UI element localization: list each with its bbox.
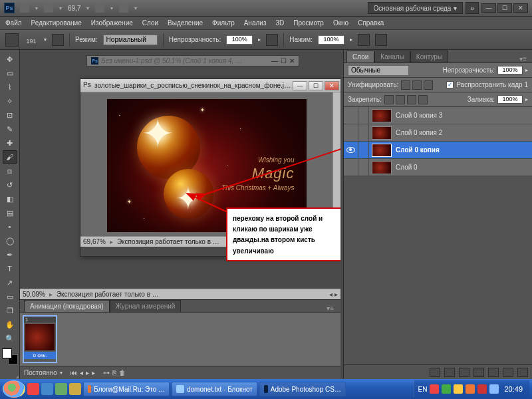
move-tool[interactable]: ✥	[3, 53, 17, 66]
doc-max-icon[interactable]: ☐	[281, 57, 287, 65]
layer-row[interactable]: Слой 0	[344, 159, 532, 176]
brush-panel-icon[interactable]	[52, 34, 64, 46]
tab-layers[interactable]: Слои	[346, 51, 374, 63]
tray-icon[interactable]	[442, 384, 451, 394]
tray-icon[interactable]	[489, 384, 499, 394]
zoom-tool[interactable]: 🔍	[3, 332, 17, 345]
prev-frame-icon[interactable]: ◂	[80, 369, 83, 376]
marquee-tool[interactable]: ▭	[3, 66, 17, 80]
workspace-button[interactable]: Основная рабочая среда ▾	[368, 2, 464, 14]
tray-icon[interactable]	[466, 384, 475, 394]
layer-name[interactable]: Слой 0	[394, 164, 418, 171]
layer-thumbnail[interactable]	[372, 109, 392, 122]
menu-3d[interactable]: 3D	[275, 19, 284, 27]
adjustment-layer-icon[interactable]	[473, 368, 484, 377]
rewind-icon[interactable]: ⏮	[70, 369, 77, 376]
layer-row[interactable]: Слой 0 копия 3	[344, 107, 532, 124]
doc-close-button[interactable]: ✕	[325, 81, 339, 90]
language-indicator[interactable]: EN	[418, 386, 428, 393]
menu-help[interactable]: Справка	[358, 19, 384, 27]
opacity-drop-icon[interactable]: ▸	[258, 37, 261, 43]
menu-view[interactable]: Просмотр	[293, 19, 324, 27]
menu-window[interactable]: Окно	[333, 19, 348, 27]
screenmode-icon[interactable]	[119, 3, 128, 13]
maximize-button[interactable]: ☐	[497, 3, 512, 13]
quicklaunch-icon[interactable]	[27, 383, 39, 395]
path-tool[interactable]: ↗	[3, 276, 17, 289]
quicklaunch-icon[interactable]	[69, 383, 81, 395]
next-frame-icon[interactable]: ▸	[92, 369, 95, 376]
layer-link-col[interactable]	[358, 107, 369, 124]
blur-tool[interactable]: ∘	[3, 220, 17, 233]
dodge-tool[interactable]: ◯	[3, 234, 17, 247]
new-frame-icon[interactable]: ⎘	[112, 369, 116, 376]
minimize-button[interactable]: —	[481, 3, 496, 13]
layer-thumbnail[interactable]	[372, 161, 392, 174]
close-button[interactable]: ✕	[513, 3, 528, 13]
doc-zoom-value[interactable]: 69,67%	[83, 238, 106, 245]
loop-select[interactable]: Постоянно	[24, 369, 57, 376]
zoom-display[interactable]: 69,7	[68, 5, 80, 12]
fill-drop-icon[interactable]: ▸	[525, 96, 528, 102]
bridge-icon[interactable]	[20, 3, 29, 13]
layer-thumbnail[interactable]	[372, 126, 392, 140]
layer-row[interactable]: Слой 0 копия 2	[344, 124, 532, 142]
panel-menu-icon[interactable]: ▾≡	[324, 305, 336, 312]
tray-icon[interactable]	[477, 384, 487, 394]
layer-opacity-input[interactable]: 100%	[497, 66, 523, 74]
layer-visibility[interactable]	[344, 107, 358, 124]
document-titlebar[interactable]: Ps золотые_шарики_с_росписью_снежинок_на…	[80, 79, 340, 92]
pen-tool[interactable]: ✒	[3, 248, 17, 261]
taskbar-item-active[interactable]: Adobe Photoshop CS…	[259, 382, 346, 396]
tablet-opacity-icon[interactable]	[266, 34, 278, 46]
fill-input[interactable]: 100%	[497, 95, 523, 104]
document-tab-inactive[interactable]: Ps Без имени-1.psd @ 50,1% (Слой 1 копия…	[86, 55, 299, 66]
blendmode-select[interactable]: Нормальный	[103, 35, 158, 45]
doc-maximize-button[interactable]: ☐	[309, 81, 323, 90]
screenmode-drop-icon[interactable]: ▾	[132, 3, 139, 13]
crop-tool[interactable]: ⊡	[3, 108, 17, 122]
hand-tool[interactable]: ✋	[3, 318, 17, 331]
zoom-drop-icon[interactable]: ▾	[84, 3, 91, 13]
layer-fx-icon[interactable]	[444, 368, 455, 377]
menu-filter[interactable]: Фильтр	[212, 19, 235, 27]
bridge-drop-icon[interactable]: ▾	[33, 3, 40, 13]
doc-minimize-button[interactable]: —	[293, 81, 307, 90]
new-layer-icon[interactable]	[503, 368, 513, 377]
arrange-drop-icon[interactable]: ▾	[108, 3, 115, 13]
tray-icon[interactable]	[430, 384, 439, 394]
menu-file[interactable]: Файл	[5, 19, 22, 27]
animation-frame[interactable]: 1 0 сек.	[23, 315, 57, 363]
tablet-size-icon[interactable]	[375, 34, 387, 46]
opacity-drop-icon[interactable]: ▸	[525, 67, 528, 73]
color-swatch[interactable]	[2, 348, 18, 364]
layer-name[interactable]: Слой 0 копия 3	[394, 112, 442, 119]
airbrush-icon[interactable]	[358, 34, 370, 46]
flow-input[interactable]: 100%	[318, 35, 344, 45]
menu-select[interactable]: Выделение	[168, 19, 203, 27]
doc2-zoom-value[interactable]: 50,09%	[23, 291, 45, 298]
3d-tool[interactable]: ❒	[3, 304, 17, 317]
eyedropper-tool[interactable]: ✎	[3, 122, 17, 136]
lasso-tool[interactable]: ⌇	[3, 80, 17, 94]
quicklaunch-icon[interactable]	[41, 383, 53, 395]
taskbar-item[interactable]: Блоги@Mail.Ru: Это …	[83, 382, 170, 396]
unify-style-icon[interactable]	[424, 80, 433, 90]
layer-mask-icon[interactable]	[459, 368, 469, 377]
viewextra-icon[interactable]	[44, 3, 53, 13]
flow-drop-icon[interactable]: ▸	[350, 37, 352, 43]
play-icon[interactable]: ▸	[86, 369, 89, 376]
lock-pixels-icon[interactable]	[396, 95, 405, 104]
menu-edit[interactable]: Редактирование	[31, 19, 82, 27]
gradient-tool[interactable]: ▤	[3, 206, 17, 219]
start-button[interactable]	[3, 380, 25, 398]
history-brush-tool[interactable]: ↺	[3, 178, 17, 192]
tab-animation[interactable]: Анимация (покадровая)	[24, 300, 110, 312]
unify-visibility-icon[interactable]	[412, 80, 422, 90]
unify-position-icon[interactable]	[401, 80, 410, 90]
quicklaunch-icon[interactable]	[55, 383, 67, 395]
brush-size[interactable]: 191	[26, 38, 36, 45]
layer-visibility[interactable]	[344, 142, 358, 159]
blend-mode-select[interactable]: Обычные	[348, 65, 409, 76]
layer-thumbnail[interactable]	[372, 144, 392, 157]
